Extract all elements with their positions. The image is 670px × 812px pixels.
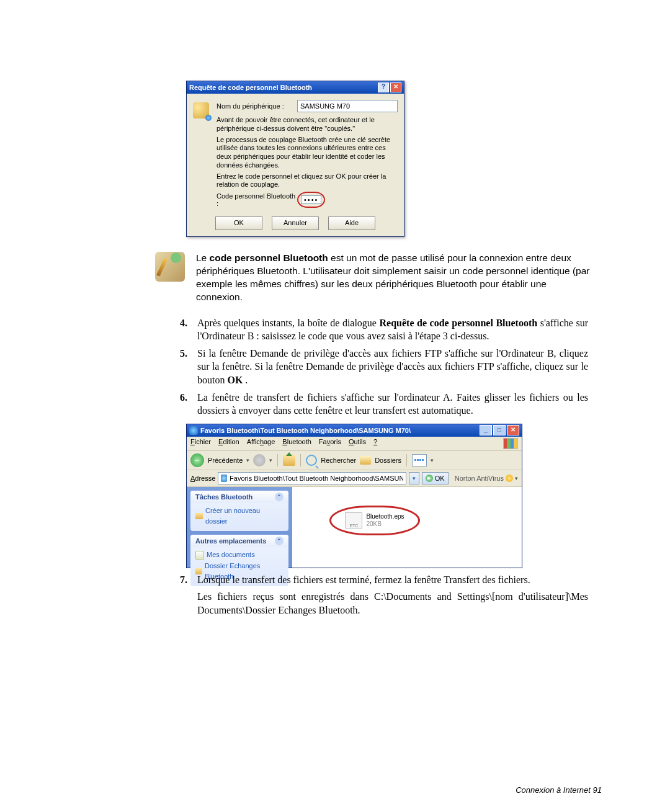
documents-icon [195,551,204,560]
back-button-icon[interactable]: ← [190,453,204,467]
folders-icon[interactable] [360,456,371,465]
dialog-titlebar: Requête de code personnel Bluetooth ? ✕ [187,81,404,94]
highlight-oval: ETC Bluetooth.eps 20KB [329,506,420,535]
explorer-toolbar: ← Précédente ▾ ▾ Rechercher Dossiers ▾ [187,451,522,470]
minimize-button[interactable]: _ [480,425,492,435]
address-dropdown-icon[interactable]: ▾ [409,472,419,484]
explorer-title: Favoris Bluetooth\Tout Bluetooth Neighbo… [200,427,478,434]
bluetooth-code-label: Code personnel Bluetooth : [217,192,297,207]
page-footer: Connexion à Internet 91 [516,785,602,795]
step-7: Lorsque le transfert des fichiers est te… [180,573,588,587]
norton-antivirus-toolbar[interactable]: Norton AntiVirus ▾ [451,475,518,482]
search-label[interactable]: Rechercher [321,457,356,464]
help-dialog-button[interactable]: Aide [328,216,375,230]
create-new-folder-link[interactable]: Créer un nouveau dossier [195,506,284,527]
file-thumbnail-icon[interactable]: ETC [345,512,362,529]
menu-edit[interactable]: Edition [218,438,239,449]
address-field[interactable]: Favoris Bluetooth\Tout Bluetooth Neighbo… [218,472,406,484]
search-icon[interactable] [306,455,317,466]
file-name: Bluetooth.eps [366,513,404,520]
back-dropdown-icon[interactable]: ▾ [246,457,249,463]
explorer-addressbar: Adresse Favoris Bluetooth\Tout Bluetooth… [187,470,522,487]
menu-bluetooth[interactable]: Bluetooth [282,438,311,449]
file-item[interactable]: Bluetooth.eps 20KB [366,513,404,527]
bluetooth-code-field[interactable]: •••• [301,195,321,204]
note-icon [155,252,185,282]
views-button[interactable] [412,454,427,466]
close-button[interactable]: ✕ [390,83,401,92]
go-button[interactable]: OK [422,472,449,484]
my-documents-link[interactable]: Mes documents [195,550,284,561]
menu-tools[interactable]: Outils [349,438,366,449]
windows-flag-icon [503,438,518,449]
up-folder-button[interactable] [283,455,295,466]
cancel-button[interactable]: Annuler [272,216,319,230]
forward-dropdown-icon[interactable]: ▾ [269,457,272,463]
highlight-oval: •••• [297,192,325,208]
explorer-window-figure: Favoris Bluetooth\Tout Bluetooth Neighbo… [186,424,633,568]
bluetooth-window-icon [189,426,198,435]
maximize-button[interactable]: □ [493,425,506,435]
explorer-sidebar: Tâches Bluetooth ⌃ Créer un nouveau doss… [187,487,292,568]
step-6: La fenêtre de transfert de fichiers s'af… [180,391,588,417]
instruction-steps: Après quelques instants, la boîte de dia… [37,316,633,417]
ok-button[interactable]: OK [215,216,262,230]
explorer-titlebar: Favoris Bluetooth\Tout Bluetooth Neighbo… [187,424,522,437]
note-text: Le code personnel Bluetooth est un mot d… [196,252,593,304]
device-name-label: Nom du périphérique : [217,102,297,110]
chevron-up-icon[interactable]: ⌃ [275,493,284,501]
bluetooth-code-dialog-figure: Requête de code personnel Bluetooth ? ✕ … [186,81,633,237]
address-label: Adresse [190,475,215,482]
menu-help[interactable]: ? [373,438,377,449]
forward-button[interactable] [253,454,266,466]
dialog-paragraph-3: Entrez le code personnel et cliquez sur … [217,172,398,190]
address-location-icon [221,475,227,482]
note-block: Le code personnel Bluetooth est un mot d… [155,252,633,304]
folder-icon [195,513,203,519]
norton-icon [506,475,513,482]
window-close-button[interactable]: ✕ [507,425,519,435]
file-size: 20KB [366,520,381,527]
step-5: Si la fenêtre Demande de privilège d'acc… [180,347,588,387]
bluetooth-lock-icon [193,102,209,118]
device-name-field[interactable]: SAMSUNG M70 [297,100,398,112]
dialog-title: Requête de code personnel Bluetooth [189,81,377,94]
dialog-paragraph-1: Avant de pouvoir être connectés, cet ord… [217,116,398,133]
chevron-up-icon[interactable]: ⌃ [275,537,284,545]
address-value: Favoris Bluetooth\Tout Bluetooth Neighbo… [230,475,403,482]
dialog-paragraph-2: Le processus de couplage Bluetooth crée … [217,136,398,170]
step-7-paragraph: Les fichiers reçus sont enregistrés dans… [197,590,588,617]
back-button-label[interactable]: Précédente [208,457,243,464]
step-4: Après quelques instants, la boîte de dia… [180,316,588,343]
menu-file[interactable]: Fichier [190,438,211,449]
tasks-panel-header[interactable]: Tâches Bluetooth ⌃ [190,491,288,503]
menu-view[interactable]: Affichage [247,438,275,449]
places-panel-header[interactable]: Autres emplacements ⌃ [190,535,288,547]
explorer-menubar: Fichier Edition Affichage Bluetooth Favo… [187,437,522,451]
menu-favorites[interactable]: Favoris [319,438,341,449]
explorer-content-pane[interactable]: ETC Bluetooth.eps 20KB [292,487,522,568]
views-dropdown-icon[interactable]: ▾ [431,457,434,463]
folders-label[interactable]: Dossiers [375,457,401,464]
go-arrow-icon [426,475,433,482]
help-button[interactable]: ? [378,83,389,92]
